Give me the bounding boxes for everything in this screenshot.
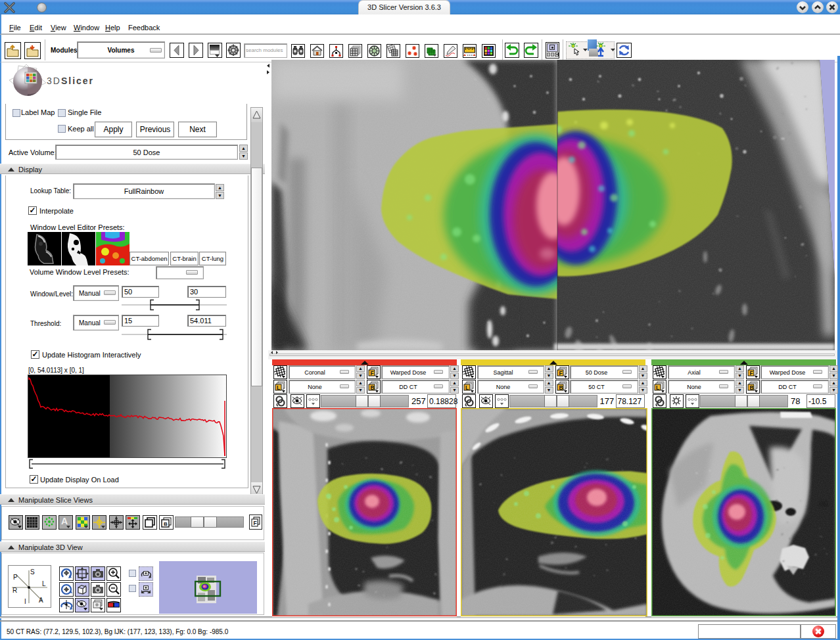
- svg-text:S: S: [30, 568, 35, 576]
- svg-text:B: B: [559, 384, 563, 391]
- svg-text:F: F: [254, 520, 257, 526]
- svg-text:B: B: [750, 384, 754, 391]
- svg-text:F: F: [559, 370, 562, 377]
- svg-text:L: L: [656, 384, 659, 391]
- svg-text:L: L: [277, 384, 280, 391]
- svg-text:F: F: [750, 370, 753, 377]
- svg-text:F: F: [371, 370, 374, 377]
- svg-text:P: P: [13, 574, 18, 581]
- svg-text:I: I: [24, 598, 26, 605]
- svg-text:L: L: [42, 580, 46, 587]
- svg-text:L: L: [465, 384, 469, 391]
- svg-text:B: B: [164, 521, 168, 527]
- svg-text:A: A: [39, 597, 43, 604]
- svg-text:R: R: [12, 587, 17, 594]
- svg-text:B: B: [371, 384, 375, 391]
